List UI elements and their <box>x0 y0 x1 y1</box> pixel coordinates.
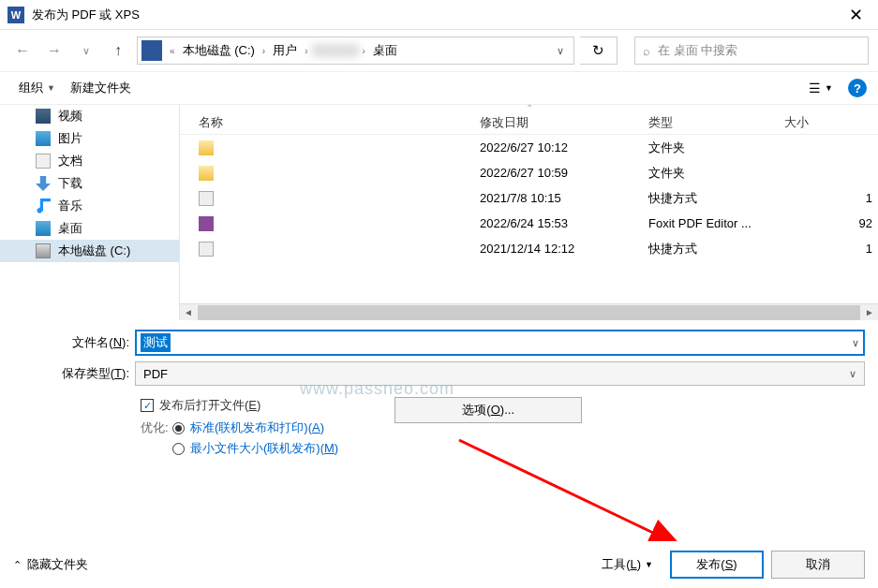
chevron-down-icon: ▼ <box>47 83 55 93</box>
video-icon <box>36 109 51 124</box>
up-button[interactable]: ↑ <box>105 37 131 64</box>
disk-icon <box>36 243 51 258</box>
folder-icon <box>199 140 214 155</box>
folder-icon <box>199 166 214 181</box>
new-folder-button[interactable]: 新建文件夹 <box>63 76 139 100</box>
help-icon[interactable]: ? <box>848 79 867 97</box>
chevron-right-icon: « <box>166 46 179 56</box>
forward-button: → <box>41 37 67 64</box>
breadcrumb[interactable]: « 本地磁盘 (C:) › 用户 › › 桌面 ∨ <box>137 37 574 65</box>
scroll-right-icon[interactable]: ► <box>861 307 878 317</box>
chevron-down-icon: ▼ <box>825 83 833 93</box>
close-icon[interactable]: ✕ <box>841 5 871 25</box>
horizontal-scrollbar[interactable]: ◄ ► <box>180 303 878 320</box>
search-placeholder: 在 桌面 中搜索 <box>658 42 737 59</box>
breadcrumb-dropdown-icon[interactable]: ∨ <box>547 45 573 57</box>
filename-input[interactable]: 测试 ∨ <box>135 330 865 356</box>
file-row[interactable]: 2022/6/24 15:53Foxit PDF Editor ...92 <box>180 211 878 236</box>
column-size[interactable]: 大小 <box>784 114 878 131</box>
sidebar-item-music[interactable]: 音乐 <box>0 195 179 217</box>
view-mode-button[interactable]: ☰ ▼ <box>803 77 839 99</box>
savetype-select[interactable]: PDF ∨ <box>135 361 865 386</box>
breadcrumb-hidden[interactable] <box>312 44 359 57</box>
shortcut-icon <box>199 191 214 206</box>
pdf-icon <box>199 216 214 231</box>
chevron-up-icon: ⌃ <box>13 559 22 571</box>
refresh-button[interactable]: ↻ <box>580 37 618 65</box>
documents-icon <box>36 154 51 169</box>
shortcut-icon <box>199 242 214 257</box>
optimize-standard-radio[interactable] <box>172 422 185 434</box>
scroll-left-icon[interactable]: ◄ <box>180 307 197 317</box>
options-button[interactable]: 选项(O)... <box>394 397 582 423</box>
chevron-right-icon: › <box>259 46 269 56</box>
file-row[interactable]: 2022/6/27 10:59文件夹 <box>180 160 878 185</box>
chevron-down-icon: ▼ <box>645 560 653 569</box>
column-type[interactable]: 类型 <box>648 114 784 131</box>
scrollbar-thumb[interactable] <box>198 305 860 320</box>
open-after-label: 发布后打开文件(E) <box>159 397 260 414</box>
desktop-icon <box>36 221 51 236</box>
pictures-icon <box>36 131 51 146</box>
hide-folders-button[interactable]: ⌃ 隐藏文件夹 <box>13 556 88 573</box>
chevron-right-icon: › <box>359 46 369 56</box>
savetype-value: PDF <box>143 367 168 381</box>
savetype-label: 保存类型(T): <box>13 365 135 382</box>
file-row[interactable]: 2021/12/14 12:12快捷方式1 <box>180 236 878 261</box>
optimize-label: 优化: <box>141 419 172 461</box>
breadcrumb-users[interactable]: 用户 <box>269 42 301 59</box>
open-after-checkbox[interactable]: ✓ <box>141 399 154 412</box>
file-row[interactable]: 2021/7/8 10:15快捷方式1 <box>180 185 878 211</box>
sidebar-item-documents[interactable]: 文档 <box>0 150 179 172</box>
chevron-down-icon: ∨ <box>849 368 856 380</box>
word-icon: W <box>7 7 24 23</box>
chevron-down-icon[interactable]: ∨ <box>852 337 859 349</box>
optimize-minsize-radio[interactable] <box>172 443 185 455</box>
recent-dropdown[interactable]: ∨ <box>73 37 99 64</box>
sidebar-item-pictures[interactable]: 图片 <box>0 127 179 150</box>
tools-button[interactable]: 工具(L) ▼ <box>592 552 662 577</box>
file-list-header: 名称 修改日期 类型 大小 <box>180 110 878 135</box>
sidebar-item-video[interactable]: 视频 <box>0 105 179 127</box>
sidebar-item-desktop[interactable]: 桌面 <box>0 217 179 240</box>
breadcrumb-desktop[interactable]: 桌面 <box>369 42 401 59</box>
back-button[interactable]: ← <box>9 37 36 64</box>
search-input[interactable]: ⌕ 在 桌面 中搜索 <box>634 37 869 65</box>
filename-value: 测试 <box>141 333 171 352</box>
dialog-title: 发布为 PDF 或 XPS <box>32 7 841 23</box>
column-name[interactable]: 名称 <box>180 114 480 131</box>
sidebar: 视频 图片 文档 下载 音乐 桌面 本地磁盘 (C:) <box>0 105 180 320</box>
downloads-icon <box>36 176 51 191</box>
cancel-button[interactable]: 取消 <box>771 551 865 579</box>
chevron-right-icon: › <box>301 46 311 56</box>
breadcrumb-disk[interactable]: 本地磁盘 (C:) <box>179 42 259 59</box>
search-icon: ⌕ <box>643 44 650 58</box>
optimize-standard-label: 标准(联机发布和打印)(A) <box>190 419 324 436</box>
music-icon <box>36 198 51 213</box>
sidebar-item-localdisk[interactable]: 本地磁盘 (C:) <box>0 240 179 262</box>
organize-button[interactable]: 组织 ▼ <box>11 76 63 100</box>
optimize-minsize-label: 最小文件大小(联机发布)(M) <box>190 440 338 457</box>
location-icon <box>141 40 162 61</box>
column-date[interactable]: 修改日期 <box>480 114 648 131</box>
publish-button[interactable]: 发布(S) <box>670 551 764 579</box>
filename-label: 文件名(N): <box>13 334 135 351</box>
sidebar-item-downloads[interactable]: 下载 <box>0 172 179 195</box>
file-row[interactable]: 2022/6/27 10:12文件夹 <box>180 135 878 160</box>
